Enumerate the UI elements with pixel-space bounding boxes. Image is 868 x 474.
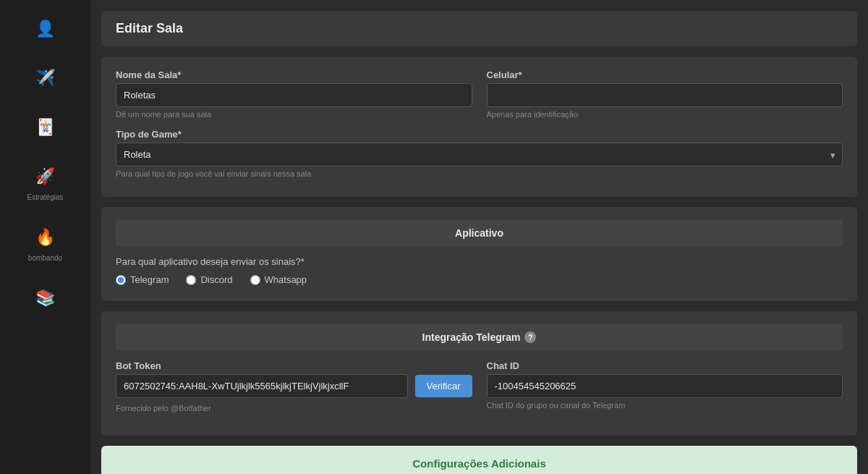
chat-id-hint: Chat ID do grupo ou canal do Telegram: [487, 401, 843, 410]
main-content: Editar Sala Nome da Sala* Dê um nome par…: [90, 0, 868, 474]
aplicativo-card: Aplicativo Para qual aplicativo deseja e…: [101, 207, 857, 301]
cards-icon: 🃏: [33, 114, 59, 140]
room-name-hint: Dê um nome para sua sala: [116, 110, 472, 119]
integration-card: Integração Telegram ? Bot Token Verifica…: [101, 311, 857, 436]
layers-icon: 📚: [33, 285, 59, 311]
config-adicional-card[interactable]: Configurações Adicionais 👆 Clique para r…: [101, 446, 857, 474]
verify-button[interactable]: Verificar: [415, 375, 472, 397]
game-type-label: Tipo de Game*: [116, 129, 843, 140]
aplicativo-question: Para qual aplicativo deseja enviar os si…: [116, 256, 843, 267]
sidebar: 👤 ✈️ 🃏 🚀 Estratégias 🔥 bombando 📚: [0, 0, 90, 474]
game-type-select-wrap: Roleta Crash Mines Slots ▾: [116, 143, 843, 166]
room-form-card: Nome da Sala* Dê um nome para sua sala C…: [101, 56, 857, 197]
sidebar-item-estrategias[interactable]: 🚀 Estratégias: [13, 155, 78, 210]
bot-token-hint: Fornecido pelo @Botfather: [116, 404, 472, 412]
page-title: Editar Sala: [116, 21, 843, 36]
sidebar-item-telegram[interactable]: ✈️: [13, 56, 78, 100]
sidebar-item-bombando[interactable]: 🔥 bombando: [13, 216, 78, 271]
sidebar-item-layers[interactable]: 📚: [13, 276, 78, 320]
radio-discord-input[interactable]: [186, 275, 196, 285]
room-name-group: Nome da Sala* Dê um nome para sua sala: [116, 69, 472, 119]
sidebar-item-label-bombando: bombando: [28, 254, 62, 262]
radio-discord-label: Discord: [200, 274, 232, 285]
game-type-select[interactable]: Roleta Crash Mines Slots: [116, 143, 843, 166]
aplicativo-radio-group: Telegram Discord Whatsapp: [116, 274, 843, 285]
aplicativo-header[interactable]: Aplicativo: [116, 220, 843, 246]
send-icon: ✈️: [33, 65, 59, 91]
room-name-input[interactable]: [116, 83, 472, 107]
radio-telegram-input[interactable]: [116, 275, 126, 285]
phone-input[interactable]: [487, 83, 843, 107]
radio-telegram-label: Telegram: [130, 274, 169, 285]
chat-id-label: Chat ID: [487, 360, 843, 371]
radio-whatsapp[interactable]: Whatsapp: [250, 274, 307, 285]
token-input-row: Verificar: [116, 374, 472, 398]
token-chatid-row: Bot Token Verificar Fornecido pelo @Botf…: [116, 360, 843, 412]
room-name-label: Nome da Sala*: [116, 69, 472, 80]
integration-title: Integração Telegram: [422, 331, 521, 343]
rocket-icon: 🚀: [33, 164, 59, 190]
config-adicional-title: Configurações Adicionais: [116, 457, 843, 470]
phone-hint: Apenas para identificação: [487, 110, 843, 119]
user-icon: 👤: [33, 16, 59, 42]
integration-header: Integração Telegram ?: [116, 324, 843, 350]
sidebar-item-cards[interactable]: 🃏: [13, 106, 78, 149]
radio-whatsapp-input[interactable]: [250, 275, 260, 285]
name-phone-row: Nome da Sala* Dê um nome para sua sala C…: [116, 69, 843, 119]
info-icon[interactable]: ?: [524, 331, 536, 343]
chat-id-group: Chat ID Chat ID do grupo ou canal do Tel…: [487, 360, 843, 412]
sidebar-item-user[interactable]: 👤: [13, 7, 78, 51]
bot-token-group: Bot Token Verificar Fornecido pelo @Botf…: [116, 360, 472, 412]
phone-group: Celular* Apenas para identificação: [487, 69, 843, 119]
radio-discord[interactable]: Discord: [186, 274, 232, 285]
page-title-bar: Editar Sala: [101, 11, 857, 46]
bot-token-label: Bot Token: [116, 360, 472, 371]
game-type-group: Tipo de Game* Roleta Crash Mines Slots ▾…: [116, 129, 843, 178]
bot-token-input[interactable]: [116, 374, 408, 398]
fire-icon: 🔥: [33, 224, 59, 250]
radio-whatsapp-label: Whatsapp: [265, 274, 307, 285]
phone-label: Celular*: [487, 69, 843, 80]
sidebar-item-label: Estratégias: [27, 193, 63, 201]
game-type-hint: Para qual tipo de jogo você vai enviar s…: [116, 169, 843, 178]
radio-telegram[interactable]: Telegram: [116, 274, 169, 285]
chat-id-input[interactable]: [487, 374, 843, 398]
